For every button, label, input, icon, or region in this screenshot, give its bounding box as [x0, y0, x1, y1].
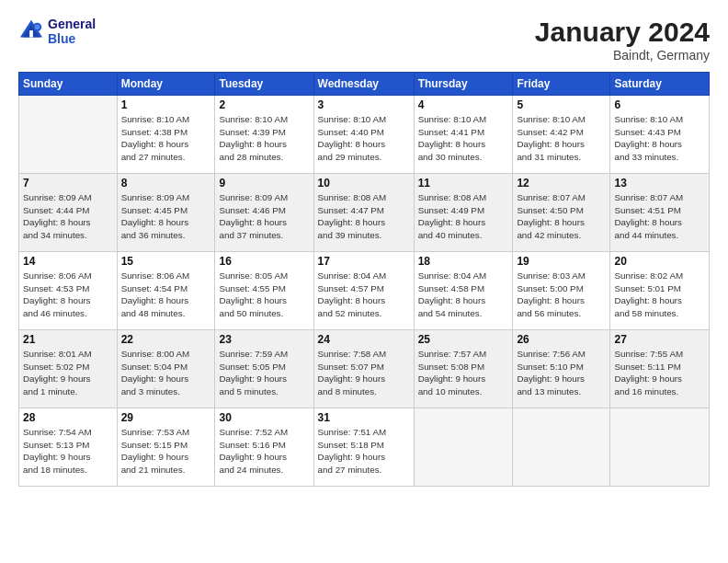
day-number: 31 — [318, 411, 410, 424]
day-info: Sunrise: 8:08 AM Sunset: 4:49 PM Dayligh… — [418, 191, 509, 242]
day-number: 3 — [318, 98, 410, 111]
calendar-week-row: 1Sunrise: 8:10 AM Sunset: 4:38 PM Daylig… — [19, 96, 710, 174]
calendar-day-cell: 5Sunrise: 8:10 AM Sunset: 4:42 PM Daylig… — [513, 96, 610, 174]
day-number: 10 — [318, 177, 410, 190]
day-number: 8 — [121, 177, 211, 190]
calendar-day-cell: 15Sunrise: 8:06 AM Sunset: 4:54 PM Dayli… — [117, 252, 215, 330]
calendar-day-cell: 21Sunrise: 8:01 AM Sunset: 5:02 PM Dayli… — [19, 330, 118, 408]
day-number: 14 — [23, 255, 113, 268]
col-saturday: Saturday — [610, 73, 710, 96]
day-number: 26 — [517, 333, 606, 346]
col-monday: Monday — [117, 73, 215, 96]
calendar-day-cell: 22Sunrise: 8:00 AM Sunset: 5:04 PM Dayli… — [117, 330, 215, 408]
day-info: Sunrise: 8:07 AM Sunset: 4:50 PM Dayligh… — [517, 191, 606, 242]
day-info: Sunrise: 8:10 AM Sunset: 4:38 PM Dayligh… — [121, 113, 211, 164]
col-thursday: Thursday — [414, 73, 513, 96]
day-number: 16 — [219, 255, 309, 268]
calendar-day-cell — [610, 408, 710, 487]
day-info: Sunrise: 8:00 AM Sunset: 5:04 PM Dayligh… — [121, 348, 211, 398]
month-title: January 2024 — [535, 17, 710, 48]
calendar-day-cell: 16Sunrise: 8:05 AM Sunset: 4:55 PM Dayli… — [215, 252, 313, 330]
day-info: Sunrise: 7:56 AM Sunset: 5:10 PM Dayligh… — [517, 348, 606, 398]
day-number: 4 — [418, 98, 509, 111]
day-number: 23 — [219, 333, 309, 346]
day-info: Sunrise: 8:03 AM Sunset: 5:00 PM Dayligh… — [517, 270, 606, 320]
calendar-day-cell: 2Sunrise: 8:10 AM Sunset: 4:39 PM Daylig… — [215, 96, 313, 174]
calendar-day-cell: 12Sunrise: 8:07 AM Sunset: 4:50 PM Dayli… — [513, 174, 610, 252]
location: Baindt, Germany — [535, 48, 710, 63]
logo-icon — [18, 18, 44, 44]
day-number: 12 — [517, 177, 606, 190]
calendar-day-cell: 29Sunrise: 7:53 AM Sunset: 5:15 PM Dayli… — [117, 408, 215, 487]
day-info: Sunrise: 8:06 AM Sunset: 4:54 PM Dayligh… — [121, 270, 211, 320]
calendar-day-cell: 7Sunrise: 8:09 AM Sunset: 4:44 PM Daylig… — [19, 174, 118, 252]
day-info: Sunrise: 7:53 AM Sunset: 5:15 PM Dayligh… — [121, 426, 211, 477]
calendar-day-cell: 11Sunrise: 8:08 AM Sunset: 4:49 PM Dayli… — [414, 174, 513, 252]
day-info: Sunrise: 7:58 AM Sunset: 5:07 PM Dayligh… — [318, 348, 410, 398]
calendar-week-row: 21Sunrise: 8:01 AM Sunset: 5:02 PM Dayli… — [19, 330, 710, 408]
calendar-week-row: 28Sunrise: 7:54 AM Sunset: 5:13 PM Dayli… — [19, 408, 710, 487]
day-info: Sunrise: 7:57 AM Sunset: 5:08 PM Dayligh… — [418, 348, 509, 398]
calendar-header-row: Sunday Monday Tuesday Wednesday Thursday… — [19, 73, 710, 96]
calendar-day-cell: 28Sunrise: 7:54 AM Sunset: 5:13 PM Dayli… — [19, 408, 118, 487]
title-block: January 2024 Baindt, Germany — [535, 17, 710, 63]
day-number: 19 — [517, 255, 606, 268]
calendar-day-cell: 27Sunrise: 7:55 AM Sunset: 5:11 PM Dayli… — [610, 330, 710, 408]
day-info: Sunrise: 8:10 AM Sunset: 4:42 PM Dayligh… — [517, 113, 606, 164]
calendar-week-row: 7Sunrise: 8:09 AM Sunset: 4:44 PM Daylig… — [19, 174, 710, 252]
day-number: 21 — [23, 333, 113, 346]
calendar-day-cell: 1Sunrise: 8:10 AM Sunset: 4:38 PM Daylig… — [117, 96, 215, 174]
calendar-day-cell: 3Sunrise: 8:10 AM Sunset: 4:40 PM Daylig… — [313, 96, 414, 174]
logo-text: General Blue — [48, 17, 96, 46]
day-number: 17 — [318, 255, 410, 268]
calendar-day-cell — [19, 96, 118, 174]
day-number: 20 — [614, 255, 705, 268]
day-number: 7 — [23, 177, 113, 190]
day-number: 11 — [418, 177, 509, 190]
header: General Blue January 2024 Baindt, German… — [18, 17, 710, 63]
day-info: Sunrise: 7:52 AM Sunset: 5:16 PM Dayligh… — [219, 426, 309, 477]
calendar-day-cell: 25Sunrise: 7:57 AM Sunset: 5:08 PM Dayli… — [414, 330, 513, 408]
calendar-day-cell — [414, 408, 513, 487]
day-number: 13 — [614, 177, 705, 190]
day-number: 9 — [219, 177, 309, 190]
day-info: Sunrise: 8:10 AM Sunset: 4:43 PM Dayligh… — [614, 113, 705, 164]
day-info: Sunrise: 8:05 AM Sunset: 4:55 PM Dayligh… — [219, 270, 309, 320]
day-info: Sunrise: 8:08 AM Sunset: 4:47 PM Dayligh… — [318, 191, 410, 242]
calendar-day-cell: 20Sunrise: 8:02 AM Sunset: 5:01 PM Dayli… — [610, 252, 710, 330]
calendar-day-cell: 30Sunrise: 7:52 AM Sunset: 5:16 PM Dayli… — [215, 408, 313, 487]
calendar-day-cell: 24Sunrise: 7:58 AM Sunset: 5:07 PM Dayli… — [313, 330, 414, 408]
col-sunday: Sunday — [19, 73, 118, 96]
day-info: Sunrise: 7:59 AM Sunset: 5:05 PM Dayligh… — [219, 348, 309, 398]
day-number: 15 — [121, 255, 211, 268]
day-number: 22 — [121, 333, 211, 346]
day-number: 6 — [614, 98, 705, 111]
col-friday: Friday — [513, 73, 610, 96]
calendar-day-cell: 19Sunrise: 8:03 AM Sunset: 5:00 PM Dayli… — [513, 252, 610, 330]
calendar-day-cell: 26Sunrise: 7:56 AM Sunset: 5:10 PM Dayli… — [513, 330, 610, 408]
calendar-day-cell — [513, 408, 610, 487]
calendar-day-cell: 6Sunrise: 8:10 AM Sunset: 4:43 PM Daylig… — [610, 96, 710, 174]
day-info: Sunrise: 8:10 AM Sunset: 4:40 PM Dayligh… — [318, 113, 410, 164]
day-info: Sunrise: 8:04 AM Sunset: 4:57 PM Dayligh… — [318, 270, 410, 320]
col-tuesday: Tuesday — [215, 73, 313, 96]
day-info: Sunrise: 8:04 AM Sunset: 4:58 PM Dayligh… — [418, 270, 509, 320]
calendar-day-cell: 18Sunrise: 8:04 AM Sunset: 4:58 PM Dayli… — [414, 252, 513, 330]
svg-point-4 — [35, 25, 40, 30]
day-info: Sunrise: 7:54 AM Sunset: 5:13 PM Dayligh… — [23, 426, 113, 477]
col-wednesday: Wednesday — [313, 73, 414, 96]
calendar-day-cell: 8Sunrise: 8:09 AM Sunset: 4:45 PM Daylig… — [117, 174, 215, 252]
day-number: 5 — [517, 98, 606, 111]
day-info: Sunrise: 8:10 AM Sunset: 4:39 PM Dayligh… — [219, 113, 309, 164]
calendar-day-cell: 13Sunrise: 8:07 AM Sunset: 4:51 PM Dayli… — [610, 174, 710, 252]
day-number: 29 — [121, 411, 211, 424]
page: General Blue January 2024 Baindt, German… — [0, 0, 728, 496]
calendar-table: Sunday Monday Tuesday Wednesday Thursday… — [18, 72, 710, 487]
day-number: 27 — [614, 333, 705, 346]
calendar-day-cell: 9Sunrise: 8:09 AM Sunset: 4:46 PM Daylig… — [215, 174, 313, 252]
day-info: Sunrise: 8:07 AM Sunset: 4:51 PM Dayligh… — [614, 191, 705, 242]
calendar-day-cell: 10Sunrise: 8:08 AM Sunset: 4:47 PM Dayli… — [313, 174, 414, 252]
calendar-day-cell: 23Sunrise: 7:59 AM Sunset: 5:05 PM Dayli… — [215, 330, 313, 408]
day-number: 30 — [219, 411, 309, 424]
day-number: 28 — [23, 411, 113, 424]
